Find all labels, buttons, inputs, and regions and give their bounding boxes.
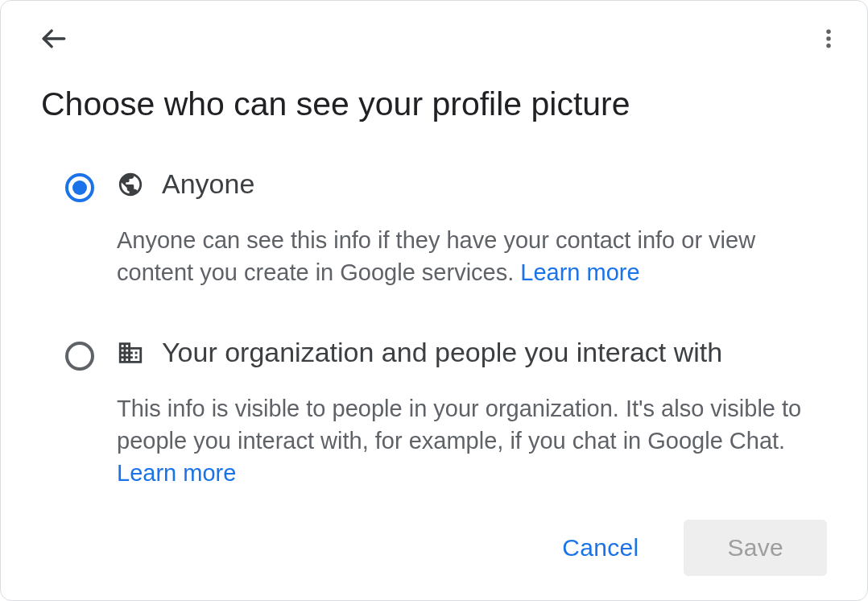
- more-options-button[interactable]: [809, 20, 848, 59]
- dialog-footer: Cancel Save: [556, 520, 827, 576]
- back-button[interactable]: [35, 20, 73, 59]
- save-button: Save: [684, 520, 827, 576]
- options-group: Anyone Anyone can see this info if they …: [65, 168, 827, 537]
- learn-more-link[interactable]: Learn more: [520, 259, 639, 285]
- option-anyone[interactable]: Anyone Anyone can see this info if they …: [65, 168, 827, 288]
- dialog-title: Choose who can see your profile picture: [41, 85, 630, 123]
- cancel-button[interactable]: Cancel: [556, 526, 645, 570]
- radio-anyone[interactable]: [65, 173, 94, 202]
- svg-point-1: [826, 29, 831, 34]
- option-label: Anyone: [162, 168, 254, 200]
- option-organization[interactable]: Your organization and people you interac…: [65, 337, 827, 489]
- option-description: Anyone can see this info if they have yo…: [117, 224, 827, 288]
- topbar: [35, 20, 848, 59]
- option-description: This info is visible to people in your o…: [117, 392, 827, 489]
- arrow-left-icon: [40, 25, 68, 55]
- svg-point-3: [826, 44, 831, 48]
- organization-icon: [117, 339, 144, 367]
- dialog-sheet: Choose who can see your profile picture …: [0, 0, 868, 601]
- globe-icon: [117, 171, 144, 198]
- more-vertical-icon: [816, 27, 841, 53]
- svg-point-2: [826, 36, 831, 41]
- radio-organization[interactable]: [65, 342, 94, 371]
- option-label: Your organization and people you interac…: [162, 337, 722, 368]
- learn-more-link[interactable]: Learn more: [117, 460, 236, 486]
